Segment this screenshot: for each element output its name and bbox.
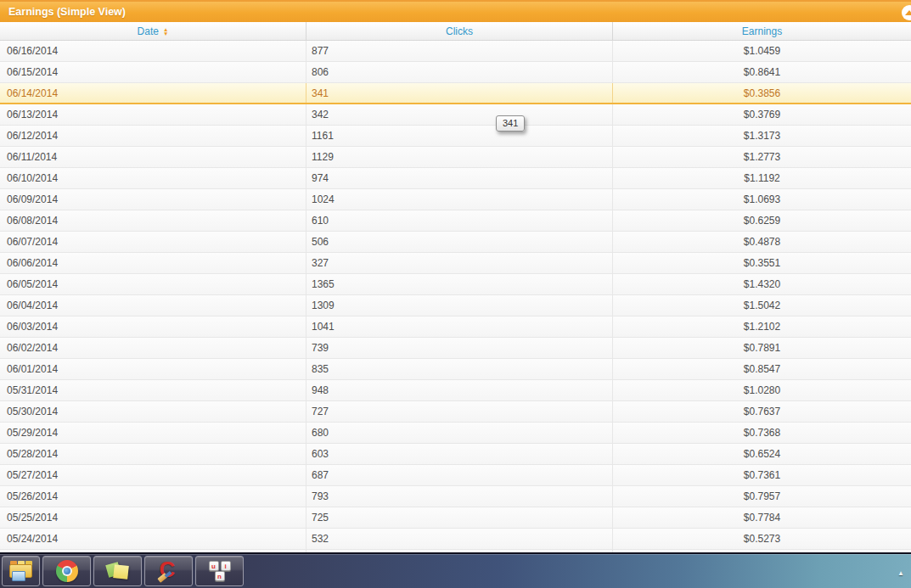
clicks-cell: 342 <box>306 104 613 125</box>
clicks-cell: 506 <box>306 232 613 252</box>
earnings-cell: $0.3769 <box>613 104 911 125</box>
table-row[interactable]: 06/10/2014 974 $1.1192 <box>0 168 911 189</box>
earnings-cell: $0.4878 <box>613 232 911 252</box>
earnings-cell: $0.6524 <box>613 444 911 464</box>
earnings-cell: $0.7368 <box>613 423 911 443</box>
earnings-cell: $1.2102 <box>613 316 911 337</box>
clicks-cell: 610 <box>306 210 613 231</box>
taskbar-button-ccleaner[interactable]: C <box>144 556 193 586</box>
table-row[interactable]: 05/29/2014 680 $0.7368 <box>0 423 911 444</box>
date-cell: 05/28/2014 <box>0 444 306 464</box>
table-row[interactable]: 06/01/2014 835 $0.8547 <box>0 359 911 380</box>
chevron-up-icon <box>905 10 911 15</box>
clicks-cell: 1309 <box>306 295 613 316</box>
taskbar-button-google-chrome[interactable] <box>42 556 91 586</box>
collapse-panel-button[interactable] <box>902 5 911 20</box>
date-cell: 06/13/2014 <box>0 104 306 125</box>
date-cell: 06/08/2014 <box>0 210 306 231</box>
table-row[interactable]: 05/26/2014 793 $0.7957 <box>0 486 911 507</box>
date-cell: 06/06/2014 <box>0 253 306 273</box>
panel-title-bar: Earnings (Simple View) <box>0 0 911 22</box>
table-row[interactable]: 05/25/2014 725 $0.7784 <box>0 507 911 529</box>
table-row[interactable]: 05/27/2014 687 $0.7361 <box>0 465 911 486</box>
table-row[interactable]: 06/12/2014 1161 $1.3173 <box>0 126 911 147</box>
table-row[interactable]: 06/02/2014 739 $0.7891 <box>0 338 911 359</box>
table-row[interactable]: 06/13/2014 342 $0.3769 <box>0 104 911 126</box>
table-row[interactable]: 05/28/2014 603 $0.6524 <box>0 444 911 465</box>
earnings-cell: $0.8547 <box>613 359 911 379</box>
earnings-cell: $0.7957 <box>613 486 911 507</box>
table-row[interactable]: 05/31/2014 948 $1.0280 <box>0 380 911 401</box>
earnings-cell: $1.0459 <box>613 41 911 61</box>
clicks-cell: 806 <box>306 62 613 82</box>
sort-icon: ▲ ▼ <box>163 27 168 36</box>
clicks-cell: 680 <box>306 423 613 443</box>
clicks-cell: 603 <box>306 444 613 464</box>
earnings-cell: $1.2773 <box>613 147 911 167</box>
table-row[interactable]: 05/30/2014 727 $0.7637 <box>0 401 911 423</box>
earnings-cell: $0.7637 <box>613 401 911 422</box>
table-row[interactable]: 06/05/2014 1365 $1.4320 <box>0 274 911 295</box>
table-row[interactable]: 05/24/2014 532 $0.5273 <box>0 529 911 550</box>
ccleaner-icon: C <box>157 559 181 583</box>
date-cell: 06/07/2014 <box>0 232 306 252</box>
taskbar-button-sticky-notes[interactable] <box>93 556 142 586</box>
clicks-cell: 1365 <box>306 274 613 294</box>
clicks-cell: 687 <box>306 465 613 485</box>
clicks-cell: 1024 <box>306 189 613 210</box>
date-cell: 06/12/2014 <box>0 126 306 146</box>
table-row[interactable]: 06/15/2014 806 $0.8641 <box>0 62 911 83</box>
table-row[interactable]: 06/04/2014 1309 $1.5042 <box>0 295 911 316</box>
date-cell: 05/29/2014 <box>0 423 306 443</box>
column-header-clicks[interactable]: Clicks <box>306 22 613 40</box>
table-row[interactable]: 06/09/2014 1024 $1.0693 <box>0 189 911 210</box>
google-chrome-icon <box>56 560 78 582</box>
date-cell: 06/16/2014 <box>0 41 306 61</box>
table-row[interactable]: 06/14/2014 341 $0.3856 <box>0 83 911 104</box>
sticky-notes-icon <box>106 560 130 582</box>
earnings-cell: $0.6259 <box>613 210 911 231</box>
table-row[interactable]: 06/06/2014 327 $0.3551 <box>0 253 911 274</box>
table-body: 06/16/2014 877 $1.0459 06/15/2014 806 $0… <box>0 41 911 571</box>
clicks-cell: 877 <box>306 41 613 61</box>
uin-keys-icon: u i n <box>208 560 232 582</box>
clicks-cell: 341 <box>306 83 613 103</box>
earnings-cell: $1.4320 <box>613 274 911 294</box>
table-row[interactable]: 06/11/2014 1129 $1.2773 <box>0 147 911 168</box>
earnings-cell: $0.7784 <box>613 507 911 528</box>
clicks-cell: 793 <box>306 486 613 507</box>
date-cell: 05/25/2014 <box>0 507 306 528</box>
clicks-cell: 725 <box>306 507 613 528</box>
taskbar-button-uin-keys[interactable]: u i n <box>195 556 244 586</box>
table-row[interactable]: 06/08/2014 610 $0.6259 <box>0 210 911 232</box>
panel-title: Earnings (Simple View) <box>8 6 126 18</box>
date-cell: 06/09/2014 <box>0 189 306 210</box>
date-cell: 06/10/2014 <box>0 168 306 188</box>
tray-expand-arrow-icon[interactable]: ▲ <box>897 569 904 577</box>
column-header-earnings[interactable]: Earnings <box>613 22 911 40</box>
windows-explorer-icon <box>9 561 33 581</box>
date-cell: 06/14/2014 <box>0 83 306 103</box>
earnings-cell: $0.3856 <box>613 83 911 103</box>
clicks-cell: 835 <box>306 359 613 379</box>
column-header-date[interactable]: Date ▲ ▼ <box>0 22 306 40</box>
clicks-cell: 974 <box>306 168 613 188</box>
clicks-cell: 739 <box>306 338 613 358</box>
clicks-cell: 948 <box>306 380 613 400</box>
windows-taskbar: C u i n ▲ <box>0 552 911 588</box>
date-cell: 06/15/2014 <box>0 62 306 82</box>
clicks-cell: 1161 <box>306 126 613 146</box>
taskbar-button-windows-explorer[interactable] <box>2 556 40 586</box>
earnings-cell: $1.3173 <box>613 126 911 146</box>
date-cell: 06/11/2014 <box>0 147 306 167</box>
earnings-cell: $1.5042 <box>613 295 911 316</box>
date-cell: 05/30/2014 <box>0 401 306 422</box>
clicks-cell: 727 <box>306 401 613 422</box>
table-row[interactable]: 06/03/2014 1041 $1.2102 <box>0 316 911 338</box>
date-cell: 06/02/2014 <box>0 338 306 358</box>
earnings-cell: $0.7361 <box>613 465 911 485</box>
table-row[interactable]: 06/07/2014 506 $0.4878 <box>0 232 911 253</box>
date-cell: 06/05/2014 <box>0 274 306 294</box>
clicks-tooltip: 341 <box>496 115 525 132</box>
table-row[interactable]: 06/16/2014 877 $1.0459 <box>0 41 911 62</box>
